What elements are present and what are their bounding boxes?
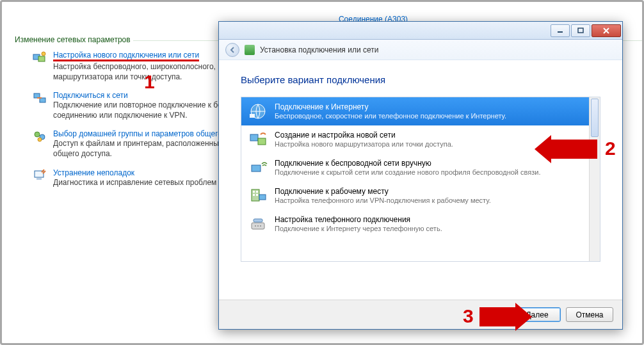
svg-rect-1 bbox=[38, 56, 45, 61]
close-button[interactable] bbox=[592, 24, 621, 37]
option-title: Подключение к Интернету bbox=[275, 102, 506, 112]
option-desc: Беспроводное, скоростное или телефонное … bbox=[275, 112, 506, 121]
maximize-button[interactable] bbox=[571, 24, 590, 37]
option-title: Настройка телефонного подключения bbox=[275, 215, 442, 225]
svg-rect-18 bbox=[253, 191, 255, 193]
option-workplace[interactable]: Подключение к рабочему месту Настройка т… bbox=[241, 182, 600, 210]
svg-point-5 bbox=[35, 132, 40, 137]
workplace-icon bbox=[248, 186, 268, 206]
svg-rect-21 bbox=[256, 194, 258, 196]
svg-rect-19 bbox=[256, 191, 258, 193]
connection-wizard-dialog: Установка подключения или сети Выберите … bbox=[218, 21, 623, 330]
titlebar bbox=[219, 22, 622, 40]
svg-rect-22 bbox=[259, 195, 266, 200]
troubleshoot-icon bbox=[33, 168, 47, 182]
svg-rect-24 bbox=[254, 219, 262, 222]
back-button[interactable] bbox=[225, 43, 239, 57]
homegroup-icon bbox=[33, 129, 47, 143]
new-connection-link[interactable]: Настройка нового подключения или сети bbox=[53, 51, 199, 61]
svg-rect-17 bbox=[252, 189, 259, 201]
phone-icon bbox=[248, 214, 268, 234]
svg-rect-3 bbox=[34, 93, 40, 98]
option-desc: Подключение к скрытой сети или создание … bbox=[275, 168, 540, 177]
option-title: Создание и настройка новой сети bbox=[275, 131, 453, 140]
connect-icon bbox=[33, 91, 47, 105]
svg-rect-20 bbox=[253, 194, 255, 196]
option-title: Подключение к рабочему месту bbox=[275, 187, 491, 197]
option-title: Подключение к беспроводной сети вручную bbox=[275, 159, 540, 168]
router-icon bbox=[248, 129, 268, 150]
option-new-network[interactable]: Создание и настройка новой сети Настройк… bbox=[241, 125, 600, 154]
wizard-heading: Выберите вариант подключения bbox=[241, 74, 600, 85]
option-desc: Настройка телефонного или VPN-подключени… bbox=[275, 197, 491, 205]
minimize-button[interactable] bbox=[551, 24, 570, 37]
wireless-icon bbox=[248, 157, 268, 178]
wizard-title: Установка подключения или сети bbox=[260, 45, 378, 54]
svg-point-2 bbox=[42, 52, 45, 56]
svg-rect-15 bbox=[258, 138, 266, 145]
svg-point-7 bbox=[38, 138, 42, 141]
svg-rect-16 bbox=[252, 165, 261, 172]
wizard-header: Установка подключения или сети bbox=[219, 40, 622, 60]
scrollbar-thumb[interactable] bbox=[591, 99, 599, 137]
new-connection-icon bbox=[33, 51, 47, 65]
svg-rect-9 bbox=[36, 178, 42, 180]
option-wireless-manual[interactable]: Подключение к беспроводной сети вручную … bbox=[241, 154, 600, 182]
cancel-button[interactable]: Отмена bbox=[566, 307, 613, 322]
svg-point-25 bbox=[255, 225, 256, 227]
svg-rect-11 bbox=[578, 28, 583, 33]
connection-options-list: Подключение к Интернету Беспроводное, ск… bbox=[241, 97, 600, 262]
svg-point-26 bbox=[257, 225, 259, 227]
globe-icon bbox=[248, 101, 268, 122]
svg-rect-4 bbox=[40, 98, 45, 102]
option-desc: Подключение к Интернету через телефонную… bbox=[275, 225, 442, 234]
option-internet[interactable]: Подключение к Интернету Беспроводное, ск… bbox=[241, 97, 600, 125]
option-desc: Настройка нового маршрутизатора или точк… bbox=[275, 140, 453, 149]
svg-rect-13 bbox=[250, 114, 255, 118]
option-dialup[interactable]: Настройка телефонного подключения Подклю… bbox=[241, 210, 600, 238]
svg-rect-14 bbox=[250, 134, 258, 141]
troubleshoot-link[interactable]: Устранение неполадок bbox=[53, 168, 134, 177]
scrollbar[interactable] bbox=[589, 97, 600, 261]
wizard-icon bbox=[245, 45, 255, 55]
next-button[interactable]: Далее bbox=[513, 307, 561, 322]
wizard-footer: Далее Отмена bbox=[219, 300, 622, 329]
svg-point-27 bbox=[260, 225, 261, 227]
connect-link[interactable]: Подключиться к сети bbox=[53, 91, 128, 100]
